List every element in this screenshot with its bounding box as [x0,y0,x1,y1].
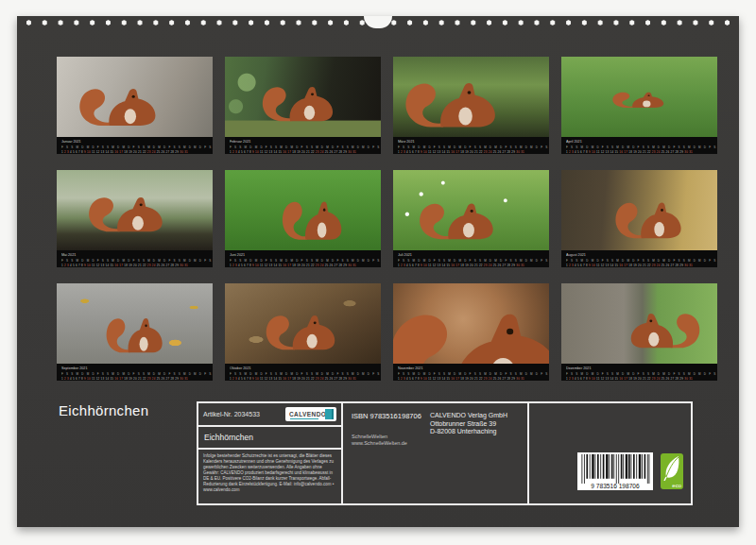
month-label: September 2021 [61,366,213,370]
calendar-month-thumbnail: Oktober 2021 F S S M D M D F S S M D M D… [225,283,381,381]
mini-calendar-strip: März 2021 F S S M D M D F S S M D M D F … [393,137,549,154]
month-label: April 2021 [566,140,717,144]
barcode-digits: 9 783516 198706 [591,483,640,489]
mini-calendar-strip: Dezember 2021 F S S M D M D F S S M D M … [561,364,717,381]
squirrel-photo [393,283,549,364]
month-label: Oktober 2021 [230,366,381,370]
squirrel-photo [225,170,381,250]
day-numbers-row: 1 2 3 4 5 6 7 8 9 10 11 12 13 14 15 16 1… [230,378,381,381]
publisher-name: CALVENDO Verlag GmbH [430,412,507,420]
weekday-row: F S S M D M D F S S M D M D F S S M D M … [398,260,549,263]
publisher-city: D-82008 Unterhaching [430,428,507,436]
squirrel-photo [57,57,213,137]
squirrel-photo [561,57,717,137]
calendar-back-panel: Januar 2021 F S S M D M D F S S M D M D … [17,16,739,527]
weekday-row: F S S M D M D F S S M D M D F S S M D M … [230,260,381,263]
calendar-month-thumbnail: Dezember 2021 F S S M D M D F S S M D M … [561,283,717,381]
squirrel-illustration [261,301,342,356]
squirrel-illustration [278,186,348,247]
squirrel-photo [561,170,717,250]
article-number: Artikel-Nr. 2034533 [203,411,260,417]
month-label: Februar 2021 [230,140,381,144]
calendar-month-thumbnail: Mai 2021 F S S M D M D F S S M D M D F S… [57,170,213,267]
publisher-info-box: ISBN 9783516198706 CALVENDO Verlag GmbH … [341,401,529,505]
day-numbers-row: 1 2 3 4 5 6 7 8 9 10 11 12 13 14 15 16 1… [398,264,549,267]
credit-url: www.SchnelleWelten.de [352,440,407,447]
calendar-month-thumbnail: Januar 2021 F S S M D M D F S S M D M D … [57,57,213,154]
squirrel-illustration [393,283,549,364]
weekday-row: F S S M D M D F S S M D M D F S S M D M … [61,146,213,149]
eco-logo: eco [661,453,683,489]
squirrel-photo [225,57,381,137]
mini-calendar-strip: Juli 2021 F S S M D M D F S S M D M D F … [393,250,549,267]
weekday-row: F S S M D M D F S S M D M D F S S M D M … [566,373,717,376]
squirrel-illustration [609,86,669,111]
squirrel-illustration [102,304,168,359]
weekday-row: F S S M D M D F S S M D M D F S S M D M … [398,373,549,376]
squirrel-illustration [83,183,170,238]
day-numbers-row: 1 2 3 4 5 6 7 8 9 10 11 12 13 14 15 16 1… [230,151,381,154]
mini-calendar-strip: Juni 2021 F S S M D M D F S S M D M D F … [225,250,381,267]
ean-barcode: 9 783516 198706 [577,452,653,490]
isbn-text: ISBN 9783516198706 [352,412,421,420]
calendar-month-thumbnail: August 2021 F S S M D M D F S S M D M D … [561,170,717,267]
calendar-month-thumbnail: November 2021 F S S M D M D F S S M D M … [393,283,549,381]
legal-text: Infolge bestehender Schutzrechte ist es … [203,453,335,492]
squirrel-illustration [74,74,163,132]
mini-calendar-strip: April 2021 F S S M D M D F S S M D M D F… [561,137,717,154]
eco-label: eco [672,483,681,488]
calendar-month-thumbnail: Juli 2021 F S S M D M D F S S M D M D F … [393,170,549,267]
day-numbers-row: 1 2 3 4 5 6 7 8 9 10 11 12 13 14 15 16 1… [566,264,717,267]
day-numbers-row: 1 2 3 4 5 6 7 8 9 10 11 12 13 14 15 16 1… [61,151,213,154]
weekday-row: F S S M D M D F S S M D M D F S S M D M … [230,373,381,376]
mini-calendar-strip: Januar 2021 F S S M D M D F S S M D M D … [57,137,213,154]
page-title: Eichhörnchen [59,402,148,418]
month-label: August 2021 [566,253,717,257]
squirrel-photo [393,57,549,137]
month-label: Juli 2021 [398,253,549,257]
squirrel-illustration [399,65,505,135]
mini-calendar-strip: Mai 2021 F S S M D M D F S S M D M D F S… [57,250,213,267]
day-numbers-row: 1 2 3 4 5 6 7 8 9 10 11 12 13 14 15 16 1… [566,378,717,381]
calendar-month-thumbnail: Juni 2021 F S S M D M D F S S M D M D F … [225,170,381,267]
thumbnail-grid: Januar 2021 F S S M D M D F S S M D M D … [57,57,717,381]
day-numbers-row: 1 2 3 4 5 6 7 8 9 10 11 12 13 14 15 16 1… [398,378,549,381]
info-boxes: Artikel-Nr. 2034533 CALVENDO Eichhörnche… [197,401,693,505]
mini-calendar-strip: August 2021 F S S M D M D F S S M D M D … [561,250,717,267]
weekday-row: F S S M D M D F S S M D M D F S S M D M … [566,146,717,149]
weekday-row: F S S M D M D F S S M D M D F S S M D M … [61,373,213,376]
calendar-month-thumbnail: September 2021 F S S M D M D F S S M D M… [57,283,213,381]
squirrel-photo [57,283,213,364]
hanger-notch [364,16,392,28]
mini-calendar-strip: November 2021 F S S M D M D F S S M D M … [393,364,549,381]
month-label: März 2021 [398,140,549,144]
day-numbers-row: 1 2 3 4 5 6 7 8 9 10 11 12 13 14 15 16 1… [230,264,381,267]
calvendo-logo: CALVENDO [285,407,336,421]
barcode-box: 9 783516 198706 eco [527,401,693,505]
calendar-month-thumbnail: Februar 2021 F S S M D M D F S S M D M D… [225,57,381,154]
month-label: Juni 2021 [230,253,381,257]
weekday-row: F S S M D M D F S S M D M D F S S M D M … [398,146,549,149]
calendar-month-thumbnail: März 2021 F S S M D M D F S S M D M D F … [393,57,549,154]
product-info-box: Artikel-Nr. 2034533 CALVENDO Eichhörnche… [197,401,343,505]
month-label: Januar 2021 [61,140,213,144]
weekday-row: F S S M D M D F S S M D M D F S S M D M … [230,146,381,149]
squirrel-photo [225,283,381,364]
month-label: Mai 2021 [61,253,213,257]
squirrel-illustration [610,188,688,245]
mini-calendar-strip: Oktober 2021 F S S M D M D F S S M D M D… [225,364,381,381]
squirrel-illustration [257,73,340,128]
calvendo-tagline-line [290,418,318,419]
day-numbers-row: 1 2 3 4 5 6 7 8 9 10 11 12 13 14 15 16 1… [61,264,213,267]
mini-calendar-strip: Februar 2021 F S S M D M D F S S M D M D… [225,137,381,154]
weekday-row: F S S M D M D F S S M D M D F S S M D M … [61,260,213,263]
squirrel-photo [561,283,717,364]
squirrel-illustration [414,189,501,246]
day-numbers-row: 1 2 3 4 5 6 7 8 9 10 11 12 13 14 15 16 1… [61,378,213,381]
calvendo-mark-icon [325,409,334,419]
day-numbers-row: 1 2 3 4 5 6 7 8 9 10 11 12 13 14 15 16 1… [398,151,549,154]
mini-calendar-strip: September 2021 F S S M D M D F S S M D M… [57,364,213,381]
squirrel-photo [393,170,549,250]
day-numbers-row: 1 2 3 4 5 6 7 8 9 10 11 12 13 14 15 16 1… [566,151,717,154]
month-label: Dezember 2021 [566,366,717,370]
